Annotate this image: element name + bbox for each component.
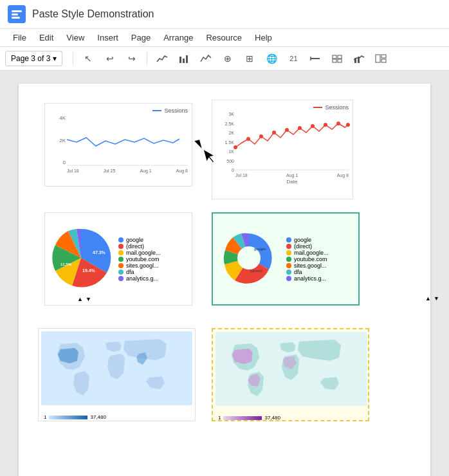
svg-rect-15 [381,55,386,58]
undo-button[interactable]: ↩ [100,50,120,68]
map1-scale-end: 37,480 [90,414,105,420]
pie-chart-1-svg: 47.3% 19.4% 11.5% [49,226,113,290]
cursor-pointer [194,140,201,150]
svg-point-29 [336,122,340,125]
menu-file[interactable]: File [8,30,32,45]
y2-3k: 3K [228,112,234,116]
svg-rect-2 [12,17,20,19]
svg-text:47.3%: 47.3% [93,250,106,255]
line-chart-tool[interactable] [152,50,172,68]
y2-0: 0 [232,168,234,172]
svg-rect-0 [12,10,22,12]
svg-rect-8 [333,55,336,59]
y-label-2k: 2K [59,138,66,143]
x2-axis-label: Date [287,179,298,185]
svg-point-26 [298,126,302,130]
svg-point-24 [272,131,276,134]
area-chart-tool[interactable] [196,50,215,68]
y-label-4k: 4K [59,115,66,121]
map2-scale-start: 1 [218,415,221,421]
svg-point-23 [259,134,263,138]
y2-2.5k: 2.5K [225,122,234,126]
add-chart-button[interactable]: ⊕ [218,50,237,68]
svg-rect-14 [376,55,380,62]
line-chart-1[interactable]: Sessions 4K 2K 0 Jul 18 Jul 25 [44,103,192,187]
pie1-prev[interactable]: ▲ [77,296,83,302]
menu-arrange[interactable]: Arrange [158,30,198,45]
pie1-next[interactable]: ▼ [86,296,91,302]
canvas-area[interactable]: Sessions 4K 2K 0 Jul 18 Jul 25 [0,71,449,476]
toolbar: Page 3 of 3 ▾ ↖ ↩ ↪ ⊕ ⊞ 🌐 21 [0,47,449,71]
svg-rect-9 [338,55,342,59]
menu-edit[interactable]: Edit [34,30,59,45]
x2-jul18: Jul 18 [235,173,248,178]
select-tool-button[interactable]: ↖ [78,50,98,68]
svg-marker-19 [203,147,216,165]
redo-button[interactable]: ↪ [122,50,142,68]
bar-chart-tool[interactable] [174,50,194,68]
pivot-tool[interactable] [327,50,347,68]
x-label-jul25: Jul 25 [104,169,116,173]
svg-point-27 [311,124,315,128]
svg-text:(direct): (direct) [250,269,262,273]
svg-rect-11 [338,59,342,62]
y-label-0: 0 [63,160,66,165]
x2-aug1: Aug 1 [286,173,298,178]
menu-help[interactable]: Help [250,30,277,45]
svg-point-22 [246,137,250,141]
bullet-chart-tool[interactable] [306,50,325,68]
x2-aug8: Aug 8 [337,173,349,178]
svg-point-21 [234,145,237,149]
svg-rect-3 [179,57,181,63]
menu-page[interactable]: Page [126,30,156,45]
menu-insert[interactable]: Insert [92,30,124,45]
pie-chart-1-legend: google (direct) mail.google... youtube.c… [118,237,188,282]
combo-chart-tool[interactable] [349,50,369,68]
x-label-aug8: Aug 8 [176,169,188,173]
chevron-down-icon: ▾ [53,54,57,63]
line-chart-2[interactable]: Sessions 3K 2.5K 2K 1.5K 1K 500 0 [212,100,353,199]
line-chart-2-legend: Sessions [325,104,349,111]
page-canvas: Sessions 4K 2K 0 Jul 18 Jul 25 [19,84,430,476]
pie-chart-2[interactable]: google (direct) google (direct) mail.goo… [212,212,360,306]
svg-point-25 [285,128,289,132]
svg-text:google: google [254,247,266,251]
pie-chart-2-legend: google (direct) mail.google... youtube.c… [286,237,354,282]
svg-point-28 [324,123,327,127]
svg-point-30 [346,123,350,127]
app-title: Paste Style Demonstration [32,8,154,20]
app-logo [8,5,26,23]
svg-rect-1 [12,14,18,15]
map-chart-2[interactable]: 1 37,480 [212,328,369,421]
tree-map-tool[interactable] [371,50,390,68]
menu-view[interactable]: View [61,30,89,45]
svg-rect-5 [186,55,188,63]
scorecard-tool[interactable]: 21 [284,50,303,68]
toolbar-separator-2 [147,52,147,65]
table-tool[interactable]: ⊞ [240,50,259,68]
toolbar-separator [73,52,73,65]
map-tool[interactable]: 🌐 [262,50,281,68]
y2-500: 500 [226,159,234,163]
menu-bar: File Edit View Insert Page Arrange Resou… [0,29,449,47]
y2-1k: 1K [228,149,234,154]
page-selector[interactable]: Page 3 of 3 ▾ [5,51,62,66]
y2-2k: 2K [228,131,234,135]
pie-chart-2-svg: google (direct) [217,226,281,290]
menu-resource[interactable]: Resource [201,30,247,45]
svg-text:11.5%: 11.5% [60,262,72,266]
x-label-jul18: Jul 18 [67,169,79,173]
svg-text:19.4%: 19.4% [82,268,96,273]
title-bar: Paste Style Demonstration [0,0,449,29]
map-1-svg [41,331,192,412]
x-label-aug1: Aug 1 [140,169,151,173]
pie-chart-1[interactable]: 47.3% 19.4% 11.5% google (direct) mail.g… [44,212,192,306]
map2-scale-bar [223,416,262,420]
map1-scale-bar [49,416,87,419]
map-chart-1[interactable]: 1 37,480 [38,328,196,421]
map-2-svg [215,332,367,412]
pie2-next[interactable]: ▼ [434,295,439,302]
pie2-prev[interactable]: ▲ [425,295,431,302]
map1-scale-start: 1 [44,414,46,420]
y2-1.5k: 1.5K [225,140,234,145]
